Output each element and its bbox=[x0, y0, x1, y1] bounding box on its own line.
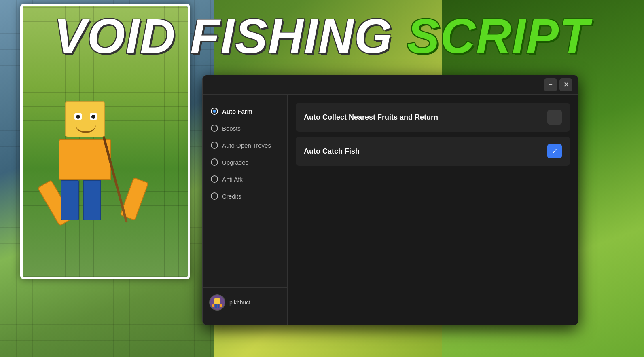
sidebar-item-anti-afk[interactable]: Anti Afk bbox=[203, 171, 287, 188]
svg-rect-4 bbox=[212, 304, 214, 307]
option-row-auto-collect: Auto Collect Nearest Fruits and Return bbox=[296, 103, 570, 132]
option-label-auto-collect: Auto Collect Nearest Fruits and Return bbox=[304, 113, 438, 122]
close-button[interactable]: ✕ bbox=[559, 78, 572, 91]
user-avatar bbox=[209, 294, 225, 311]
title-void-fishing: VOID FISHING bbox=[54, 9, 407, 63]
sidebar-nav: Auto Farm Boosts Auto Open Troves Upgrad… bbox=[203, 103, 287, 287]
gui-user-area: plkhhuct bbox=[203, 287, 287, 317]
user-name: plkhhuct bbox=[229, 299, 250, 306]
svg-rect-1 bbox=[214, 298, 220, 304]
sidebar-icon-auto-open-troves bbox=[211, 142, 218, 149]
char-pupil-right bbox=[91, 115, 95, 119]
char-smile bbox=[76, 125, 96, 133]
sidebar-icon-upgrades bbox=[211, 158, 218, 166]
title-script: SCRIPT bbox=[407, 9, 590, 63]
sidebar-wrapper: Auto Farm Boosts Auto Open Troves Upgrad… bbox=[203, 103, 287, 317]
char-torso bbox=[59, 139, 111, 180]
option-row-auto-catch-fish: Auto Catch Fish ✓ bbox=[296, 137, 570, 166]
svg-rect-5 bbox=[220, 304, 222, 307]
sidebar-item-upgrades[interactable]: Upgrades bbox=[203, 154, 287, 171]
char-leg-right bbox=[83, 180, 101, 220]
sidebar-label-credits: Credits bbox=[222, 193, 241, 200]
sidebar-label-auto-farm: Auto Farm bbox=[222, 108, 252, 115]
sidebar-item-credits[interactable]: Credits bbox=[203, 188, 287, 205]
gui-body: Auto Farm Boosts Auto Open Troves Upgrad… bbox=[203, 95, 578, 325]
sidebar-icon-credits bbox=[211, 192, 218, 200]
svg-rect-3 bbox=[218, 304, 219, 308]
minimize-button[interactable]: − bbox=[544, 78, 557, 91]
toggle-auto-collect[interactable] bbox=[547, 110, 562, 125]
gui-titlebar: − ✕ bbox=[203, 75, 578, 95]
roblox-character bbox=[44, 101, 125, 222]
title-area: VOID FISHING SCRIPT bbox=[0, 8, 644, 64]
option-label-auto-catch-fish: Auto Catch Fish bbox=[304, 147, 360, 156]
svg-rect-2 bbox=[215, 304, 217, 308]
gui-content: Auto Collect Nearest Fruits and Return A… bbox=[288, 95, 578, 325]
sidebar-label-auto-open-troves: Auto Open Troves bbox=[222, 142, 271, 149]
char-head bbox=[65, 101, 105, 137]
sidebar-label-upgrades: Upgrades bbox=[222, 159, 248, 166]
sidebar-icon-anti-afk bbox=[211, 175, 218, 183]
sidebar-icon-auto-farm bbox=[211, 108, 218, 115]
avatar-icon bbox=[210, 295, 225, 310]
sidebar-label-anti-afk: Anti Afk bbox=[222, 176, 243, 183]
sidebar-item-auto-open-troves[interactable]: Auto Open Troves bbox=[203, 137, 287, 154]
char-pupil-left bbox=[76, 115, 80, 119]
sidebar-label-boosts: Boosts bbox=[222, 125, 241, 132]
gui-window: − ✕ Auto Farm Boosts Auto bbox=[202, 75, 578, 325]
sidebar-item-boosts[interactable]: Boosts bbox=[203, 120, 287, 137]
sidebar-icon-boosts bbox=[211, 125, 218, 132]
gui-sidebar: Auto Farm Boosts Auto Open Troves Upgrad… bbox=[203, 95, 288, 325]
toggle-auto-catch-fish[interactable]: ✓ bbox=[547, 144, 562, 158]
sidebar-item-auto-farm[interactable]: Auto Farm bbox=[203, 103, 287, 120]
char-leg-left bbox=[61, 180, 79, 220]
